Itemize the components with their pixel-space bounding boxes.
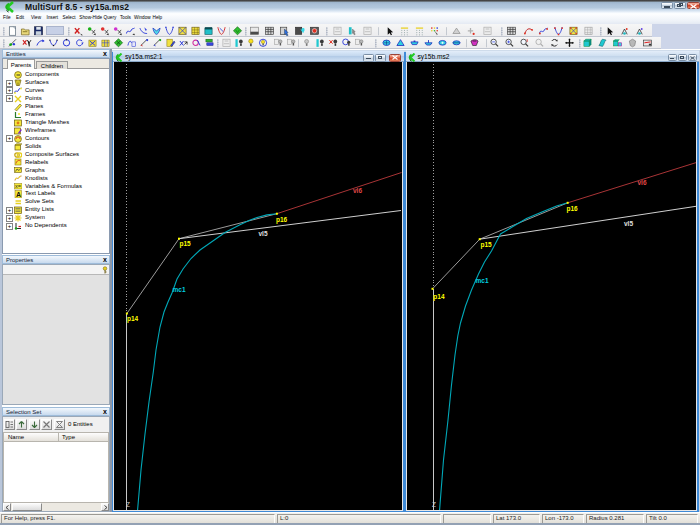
svg-text:vl5: vl5 (259, 230, 268, 237)
svg-text:p16: p16 (276, 216, 288, 224)
svg-text:mc1: mc1 (173, 286, 186, 293)
svg-text:x=: x= (15, 183, 21, 189)
svg-text:vl5: vl5 (624, 220, 633, 227)
svg-text:vl6: vl6 (637, 179, 646, 186)
svg-text:A: A (16, 191, 21, 198)
svg-text:Z: Z (432, 501, 436, 508)
svg-text:Z: Z (126, 501, 130, 508)
svg-text:mc1: mc1 (475, 277, 488, 284)
svg-text:p14: p14 (127, 315, 139, 323)
svg-text:p16: p16 (566, 205, 578, 213)
svg-text:p15: p15 (180, 240, 192, 248)
svg-text:p14: p14 (433, 293, 445, 301)
svg-text:p15: p15 (480, 241, 492, 249)
svg-text:vl6: vl6 (353, 187, 362, 194)
